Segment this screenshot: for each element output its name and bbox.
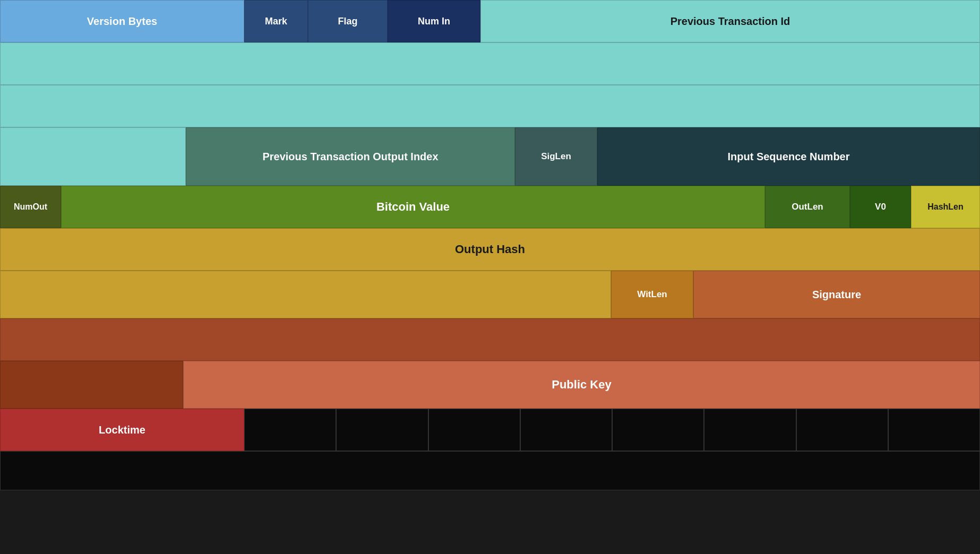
prev-tx-id-cont3-cell <box>0 127 186 186</box>
row-6: Output Hash <box>0 228 980 271</box>
bitcoin-value-cell: Bitcoin Value <box>61 186 765 228</box>
public-key-cell: Public Key <box>183 361 980 409</box>
row-10: Locktime <box>0 409 980 451</box>
outlen-cell: OutLen <box>765 186 850 228</box>
row-extra <box>0 451 980 490</box>
siglen-cell: SigLen <box>515 127 597 186</box>
sig-cont2-cell <box>0 361 183 409</box>
black-cell-2 <box>336 409 428 451</box>
black-cell-8 <box>888 409 980 451</box>
flag-cell: Flag <box>308 0 388 42</box>
row-5: NumOut Bitcoin Value OutLen V0 HashLen <box>0 186 980 228</box>
row-9: Public Key <box>0 361 980 409</box>
row-3 <box>0 85 980 127</box>
output-hash-cont-cell <box>0 271 611 318</box>
signature-cont-cell <box>0 318 980 361</box>
num-in-cell: Num In <box>388 0 480 42</box>
black-cell-5 <box>612 409 704 451</box>
prev-tx-output-index-cell: Previous Transaction Output Index <box>186 127 515 186</box>
mark-cell: Mark <box>244 0 308 42</box>
v0-cell: V0 <box>850 186 911 228</box>
row-4: Previous Transaction Output Index SigLen… <box>0 127 980 186</box>
row-2 <box>0 42 980 85</box>
hashlen-cell: HashLen <box>911 186 980 228</box>
black-cell-1 <box>244 409 336 451</box>
black-cell-6 <box>704 409 796 451</box>
bitcoin-transaction-diagram: Version Bytes Mark Flag Num In Previous … <box>0 0 980 554</box>
locktime-cell: Locktime <box>0 409 244 451</box>
numout-cell: NumOut <box>0 186 61 228</box>
output-hash-cell: Output Hash <box>0 228 980 271</box>
version-bytes-cell: Version Bytes <box>0 0 244 42</box>
black-cell-3 <box>428 409 520 451</box>
input-seq-num-cell: Input Sequence Number <box>597 127 980 186</box>
row-7: WitLen Signature <box>0 271 980 318</box>
witlen-cell: WitLen <box>611 271 693 318</box>
prev-tx-id-cont2-cell <box>0 85 980 127</box>
black-row-cell <box>0 451 980 490</box>
row-1: Version Bytes Mark Flag Num In Previous … <box>0 0 980 42</box>
prev-tx-id-cell: Previous Transaction Id <box>480 0 980 42</box>
signature-cell: Signature <box>693 271 980 318</box>
row-8 <box>0 318 980 361</box>
black-cell-4 <box>520 409 612 451</box>
prev-tx-id-cont-cell <box>0 42 980 85</box>
black-cell-7 <box>796 409 888 451</box>
